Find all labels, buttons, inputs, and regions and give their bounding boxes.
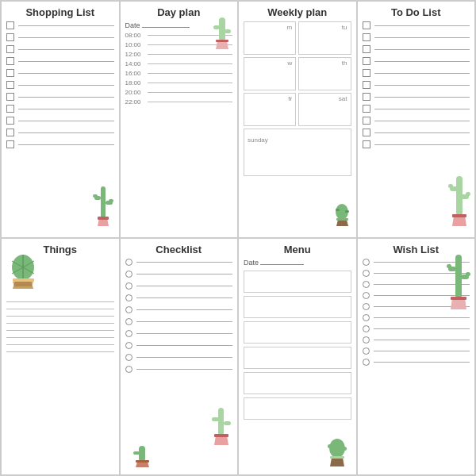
svg-marker-10 [216,41,228,49]
checkbox[interactable] [6,81,14,89]
day-cell-sunday: sunday [244,129,351,176]
circle-checkbox[interactable] [125,282,132,290]
list-item [6,93,114,101]
checkbox[interactable] [6,93,14,101]
svg-rect-46 [330,456,344,459]
list-item [125,330,233,337]
list-item [363,33,470,41]
time-row: 18:00 [125,79,233,86]
checkbox[interactable] [6,105,14,113]
circle-checkbox[interactable] [363,336,370,344]
checkbox[interactable] [363,45,370,53]
checkbox[interactable] [363,117,370,125]
circle-checkbox[interactable] [125,306,132,313]
svg-rect-33 [218,408,224,436]
svg-rect-14 [345,210,349,213]
circle-checkbox[interactable] [363,270,370,277]
main-grid: Shopping List [0,0,476,476]
svg-rect-43 [328,444,334,448]
list-item [363,105,470,113]
svg-rect-19 [448,184,453,188]
checkbox[interactable] [6,57,14,65]
circle-checkbox[interactable] [125,342,132,349]
panel-todo-list: To Do List [357,1,476,238]
checkbox[interactable] [363,93,370,101]
circle-checkbox[interactable] [125,354,132,361]
menu-box [244,347,351,369]
svg-rect-29 [13,278,34,282]
circle-checkbox[interactable] [363,347,370,355]
time-row: 22:00 [125,98,233,106]
cactus-icon [91,178,115,229]
circle-checkbox[interactable] [363,292,370,299]
weekly-plan-title: Weekly plan [244,6,351,18]
checkbox[interactable] [363,129,370,136]
list-item [6,21,114,29]
svg-rect-2 [93,194,98,198]
menu-title: Menu [244,244,351,255]
panel-day-plan: Day plan Date 08:00 10:00 12:00 14:00 16… [120,1,239,238]
checkbox[interactable] [363,21,370,29]
checkbox[interactable] [363,140,370,148]
circle-checkbox[interactable] [363,325,370,332]
checkbox[interactable] [363,105,370,113]
circle-checkbox[interactable] [363,259,370,266]
circle-checkbox[interactable] [125,294,132,301]
circle-checkbox[interactable] [363,281,370,288]
checkbox[interactable] [363,57,370,65]
checkbox[interactable] [6,117,14,125]
list-item [125,271,233,278]
svg-rect-34 [212,417,219,421]
checkbox[interactable] [6,45,14,53]
cactus-icon [326,437,348,470]
checkbox[interactable] [6,33,14,41]
todo-list-title: To Do List [363,6,470,18]
list-item [363,140,470,148]
cactus-icon [448,172,470,231]
panel-shopping-list: Shopping List [1,1,120,238]
panel-menu: Menu Date [238,238,357,475]
circle-checkbox[interactable] [125,259,132,266]
list-item [125,342,233,349]
day-cell-th: th [298,57,351,90]
circle-checkbox[interactable] [363,303,370,310]
checkbox[interactable] [6,129,14,136]
svg-rect-9 [225,29,231,33]
svg-rect-37 [214,434,228,437]
time-row: 16:00 [125,70,233,77]
list-item [6,105,114,113]
checkbox[interactable] [6,140,14,148]
menu-box [244,321,351,344]
list-item [6,33,114,41]
svg-rect-16 [336,218,348,221]
checkbox[interactable] [363,81,370,89]
list-item [125,366,233,373]
svg-marker-15 [336,220,348,226]
svg-rect-4 [109,199,113,202]
list-item [6,129,114,136]
checkbox[interactable] [363,33,370,41]
day-cell-sat: sat [298,93,351,126]
cactus-icon [332,202,352,233]
list-item [6,117,114,125]
checkbox[interactable] [6,21,14,29]
cactus-small-icon [132,443,152,470]
time-row: 20:00 [125,89,233,96]
checkbox[interactable] [6,69,14,77]
list-item [363,69,470,77]
checkbox[interactable] [363,69,370,77]
circle-checkbox[interactable] [363,359,370,366]
svg-rect-53 [451,297,466,300]
cactus-icon [447,251,470,317]
menu-box [244,372,351,394]
circle-checkbox[interactable] [125,330,132,337]
things-lines [6,301,114,352]
panel-weekly-plan: Weekly plan m tu w th fr sat sunday [238,1,357,238]
circle-checkbox[interactable] [125,271,132,278]
svg-rect-0 [101,186,106,218]
circle-checkbox[interactable] [125,318,132,325]
menu-box [244,397,351,420]
cactus-icon [209,404,233,451]
circle-checkbox[interactable] [363,314,370,321]
circle-checkbox[interactable] [125,366,132,373]
